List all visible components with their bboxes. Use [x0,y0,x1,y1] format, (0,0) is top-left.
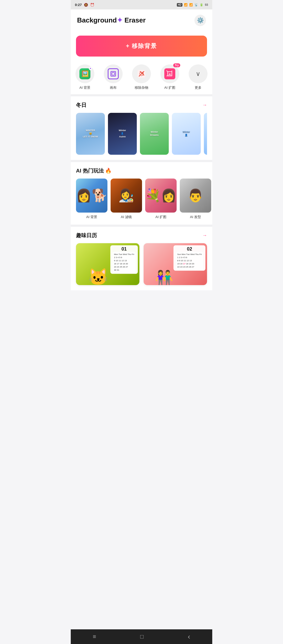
calendar-card-1[interactable]: 🐱 01 Mon Tue Wed Thu Fri 2 3 4 5 6 9 10 … [76,243,139,285]
ai-feature-filter-img: 👩‍🎨 [111,179,142,213]
tool-ai-bg[interactable]: 🖼️ AI 背景 [72,64,98,90]
tool-canvas-icon-wrap [104,64,123,83]
ai-features-section: AI 热门玩法 🔥 👩🐕 AI 背景 👩‍🎨 AI 滤镜 [71,162,212,225]
tool-remove-obj[interactable]: 移除杂物 [128,64,155,90]
bottom-spacer [71,290,212,306]
ai-feature-hair-img: 👨 [180,179,211,213]
remove-bg-label: + 移除背景 [126,42,157,50]
tools-section: 🖼️ AI 背景 画布 [71,59,212,94]
divider-3 [71,225,212,227]
calendar-section-title: 趣味日历 [76,232,97,239]
ai-feature-hair[interactable]: 👨 AI 发型 [180,179,211,219]
settings-button[interactable]: ⚙️ [194,15,206,26]
ai-feature-filter[interactable]: 👩‍🎨 AI 滤镜 [111,179,142,219]
ai-features-grid: 👩🐕 AI 背景 👩‍🎨 AI 滤镜 💐👩 AI 扩图 [76,179,207,225]
winter-card-bg-3: WinterDreams [140,113,169,155]
status-time: 0:27 [75,3,82,7]
ai-feature-expand-label: AI 扩图 [155,215,166,219]
ai-feature-bg[interactable]: 👩🐕 AI 背景 [76,179,107,219]
tool-ai-expand-label: AI 扩图 [164,85,175,90]
tool-canvas-label: 画布 [110,85,117,90]
tool-more[interactable]: ∨ 更多 [185,64,211,90]
tool-ai-expand-icon-wrap: Try AI [160,64,179,83]
divider-1 [71,94,212,96]
ai-features-header: AI 热门玩法 🔥 [76,167,207,174]
svg-rect-0 [111,71,116,76]
calendar-card-1-bg: 🐱 01 Mon Tue Wed Thu Fri 2 3 4 5 6 9 10 … [76,243,139,285]
signal-icon-2: 📶 [189,3,193,7]
chevron-down-icon: ∨ [196,70,200,77]
winter-templates-scroll[interactable]: WINTER🐱LET IT SNOW Winter👤Auinn WinterDr… [76,113,207,160]
winter-template-3[interactable]: WinterDreams [140,113,169,155]
ai-bg-icon: 🖼️ [79,68,90,79]
wifi-icon: 📡 [194,3,198,7]
alarm-icon: ⏰ [90,3,94,7]
ai-feature-expand[interactable]: 💐👩 AI 扩图 [145,179,177,219]
canvas-icon [108,68,119,79]
cal1-month: 01 [112,246,136,252]
tool-ai-expand[interactable]: Try AI AI 扩图 [157,64,183,90]
gear-icon: ⚙️ [197,17,204,24]
ai-feature-filter-label: AI 滤镜 [121,215,132,219]
calendar-card-2-bg: 👫 02 Sun Mon Tue Wed Thu Fri 1 2 3 4 5 6… [144,243,207,285]
remove-bg-section: + 移除背景 [71,30,212,59]
calendar-section-header: 趣味日历 → [76,232,207,239]
winter-card-bg-1: WINTER🐱LET IT SNOW [76,113,105,155]
status-right: HD 📶 📶 📡 🔋 93 [177,3,208,7]
cal1-grid: Mon Tue Wed Thu Fri 2 3 4 5 6 9 10 11 12… [112,252,136,273]
tool-more-icon-wrap: ∨ [189,64,208,83]
winter-template-1[interactable]: WINTER🐱LET IT SNOW [76,113,105,155]
winter-template-5[interactable]: ❄️WINTER SALE [204,113,207,155]
tool-remove-obj-label: 移除杂物 [135,85,148,90]
mute-icon: 🔕 [84,3,88,7]
winter-template-2[interactable]: Winter👤Auinn [108,113,137,155]
tool-more-label: 更多 [195,85,202,90]
app-title: Background✦ Eraser [77,16,146,24]
calendar-section: 趣味日历 → 🐱 01 Mon Tue Wed Thu Fri 2 3 4 5 … [71,227,212,290]
signal-icon: 📶 [184,3,188,7]
status-left: 0:27 🔕 ⏰ [75,3,94,7]
tool-canvas[interactable]: 画布 [100,64,126,90]
tool-ai-bg-icon-wrap: 🖼️ [75,64,94,83]
winter-card-bg-5: ❄️WINTER SALE [204,113,207,155]
tool-ai-bg-label: AI 背景 [79,85,90,90]
svg-rect-1 [112,73,115,75]
ai-feature-bg-img: 👩🐕 [76,179,107,213]
ai-expand-icon: AI [164,68,175,79]
app-header: Background✦ Eraser ⚙️ [71,9,212,30]
tool-remove-obj-icon-wrap [132,64,151,83]
calendar-more-button[interactable]: → [202,233,207,238]
svg-text:AI: AI [168,73,171,76]
winter-section-title: 冬日 [76,102,86,109]
cal2-grid: Sun Mon Tue Wed Thu Fri 1 2 3 4 5 6 8 9 … [176,252,203,270]
winter-section-header: 冬日 → [76,102,207,109]
main-content: + 移除背景 🖼️ AI 背景 画布 [71,30,212,306]
remove-background-button[interactable]: + 移除背景 [76,36,207,57]
status-bar: 0:27 🔕 ⏰ HD 📶 📶 📡 🔋 93 [71,0,212,9]
winter-card-bg-4: Winter👤 [172,113,201,155]
cal2-month: 02 [176,246,203,252]
ai-features-title: AI 热门玩法 🔥 [76,167,112,174]
winter-template-4[interactable]: Winter👤 [172,113,201,155]
calendar-grid: 🐱 01 Mon Tue Wed Thu Fri 2 3 4 5 6 9 10 … [76,243,207,290]
ai-expand-badge: Try [173,63,180,67]
calendar-card-2[interactable]: 👫 02 Sun Mon Tue Wed Thu Fri 1 2 3 4 5 6… [144,243,207,285]
battery-level: 93 [205,3,208,6]
divider-2 [71,160,212,162]
battery-icon: 🔋 [200,3,203,7]
ai-feature-bg-label: AI 背景 [86,215,97,219]
winter-card-bg-2: Winter👤Auinn [108,113,137,155]
remove-obj-icon [136,68,147,79]
ai-feature-expand-img: 💐👩 [145,179,177,213]
hd-badge: HD [177,3,182,7]
winter-section: 冬日 → WINTER🐱LET IT SNOW Winter👤Auinn Win… [71,96,212,160]
ai-feature-hair-label: AI 发型 [190,215,201,219]
winter-more-button[interactable]: → [202,102,207,108]
